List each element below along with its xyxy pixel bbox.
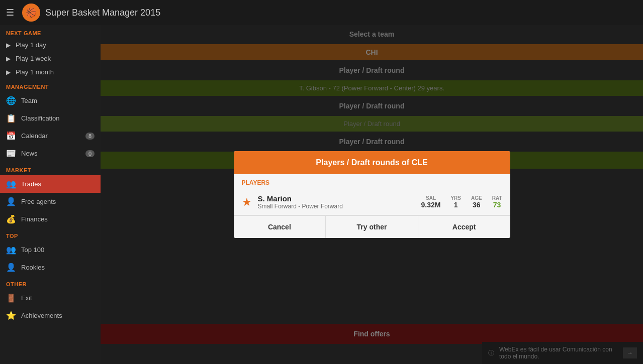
modal-overlay: Players / Draft rounds of CLE PLAYERS ★ …: [101, 25, 643, 364]
news-icon: 📰: [6, 149, 16, 158]
modal-title: Players / Draft rounds of CLE: [234, 151, 510, 174]
stat-rat: RAT 73: [492, 195, 502, 209]
sidebar-item-achievements[interactable]: ⭐ Achievements: [0, 307, 101, 324]
team-icon: 🌐: [6, 96, 16, 105]
rookies-label: Rookies: [21, 264, 45, 271]
try-other-button[interactable]: Try other: [326, 216, 418, 238]
age-value: 36: [471, 201, 482, 209]
sal-value: 9.32M: [421, 201, 441, 209]
sidebar-item-trades[interactable]: 👥 Trades: [0, 175, 101, 193]
trades-label: Trades: [21, 180, 41, 188]
classification-label: Classification: [21, 114, 60, 122]
sidebar-item-top100[interactable]: 👥 Top 100: [0, 241, 101, 259]
calendar-badge: 8: [85, 133, 95, 140]
play-1-month-label: Play 1 month: [16, 68, 54, 76]
rat-value: 73: [492, 201, 502, 209]
app-title: Super Basket Manager 2015: [45, 8, 160, 18]
section-market: MARKET: [0, 162, 101, 175]
accept-button[interactable]: Accept: [418, 216, 510, 238]
sidebar-item-exit[interactable]: 🚪 Exit: [0, 289, 101, 307]
sal-label: SAL: [421, 195, 441, 201]
classification-icon: 📋: [6, 113, 16, 123]
app-header: ☰ 🏀 Super Basket Manager 2015: [0, 0, 643, 25]
finances-label: Finances: [21, 215, 48, 223]
app-logo: 🏀: [22, 4, 40, 22]
exit-label: Exit: [21, 294, 32, 302]
finances-icon: 💰: [6, 214, 16, 224]
player-position: Small Forward - Power Forward: [258, 203, 421, 210]
yrs-label: YRS: [450, 195, 461, 201]
sidebar-item-team[interactable]: 🌐 Team: [0, 92, 101, 109]
sidebar-item-news[interactable]: 📰 News 0: [0, 145, 101, 162]
play-1-week-label: Play 1 week: [16, 55, 51, 62]
age-label: AGE: [471, 195, 482, 201]
team-label: Team: [21, 97, 37, 104]
sidebar-item-classification[interactable]: 📋 Classification: [0, 109, 101, 127]
section-other: OTHER: [0, 276, 101, 289]
modal-actions: Cancel Try other Accept: [234, 215, 510, 238]
calendar-label: Calendar: [21, 132, 48, 140]
free-agents-icon: 👤: [6, 197, 16, 206]
sidebar-item-rookies[interactable]: 👤 Rookies: [0, 259, 101, 276]
player-name: S. Marion: [258, 194, 421, 203]
achievements-label: Achievements: [21, 312, 62, 319]
free-agents-label: Free agents: [21, 198, 56, 205]
cancel-button[interactable]: Cancel: [234, 216, 326, 238]
sidebar-item-calendar[interactable]: 📅 Calendar 8: [0, 127, 101, 145]
section-top: TOP: [0, 228, 101, 241]
calendar-icon: 📅: [6, 131, 16, 141]
news-label: News: [21, 150, 38, 157]
sidebar-item-finances[interactable]: 💰 Finances: [0, 210, 101, 228]
play-arrow-icon: ▶: [6, 69, 11, 76]
news-badge: 0: [85, 150, 95, 157]
stat-yrs: YRS 1: [450, 195, 461, 209]
yrs-value: 1: [450, 201, 461, 209]
player-stats: SAL 9.32M YRS 1 AGE 36 RAT: [421, 195, 502, 209]
section-next-game: NEXT GAME: [0, 25, 101, 38]
player-row: ★ S. Marion Small Forward - Power Forwar…: [234, 189, 510, 215]
section-management: MANAGEMENT: [0, 79, 101, 92]
trades-icon: 👥: [6, 179, 16, 189]
sidebar-item-play-1-month[interactable]: ▶ Play 1 month: [0, 65, 101, 79]
main-content: Select a team CHI Player / Draft round T…: [101, 25, 643, 364]
achievements-icon: ⭐: [6, 311, 16, 320]
sidebar-item-play-1-week[interactable]: ▶ Play 1 week: [0, 52, 101, 65]
sidebar: NEXT GAME ▶ Play 1 day ▶ Play 1 week ▶ P…: [0, 25, 101, 364]
menu-icon[interactable]: ☰: [6, 7, 14, 18]
play-1-day-label: Play 1 day: [16, 41, 46, 49]
top100-icon: 👥: [6, 245, 16, 255]
trade-modal: Players / Draft rounds of CLE PLAYERS ★ …: [234, 151, 510, 238]
stat-age: AGE 36: [471, 195, 482, 209]
rat-label: RAT: [492, 195, 502, 201]
favorite-star-icon[interactable]: ★: [242, 196, 252, 209]
sidebar-item-play-1-day[interactable]: ▶ Play 1 day: [0, 38, 101, 52]
play-arrow-icon: ▶: [6, 42, 11, 49]
rookies-icon: 👤: [6, 263, 16, 272]
play-arrow-icon: ▶: [6, 55, 11, 62]
player-info: S. Marion Small Forward - Power Forward: [258, 194, 421, 210]
modal-players-section: PLAYERS: [234, 174, 510, 189]
stat-sal: SAL 9.32M: [421, 195, 441, 209]
sidebar-item-free-agents[interactable]: 👤 Free agents: [0, 193, 101, 210]
exit-icon: 🚪: [6, 293, 16, 303]
top100-label: Top 100: [21, 246, 44, 254]
